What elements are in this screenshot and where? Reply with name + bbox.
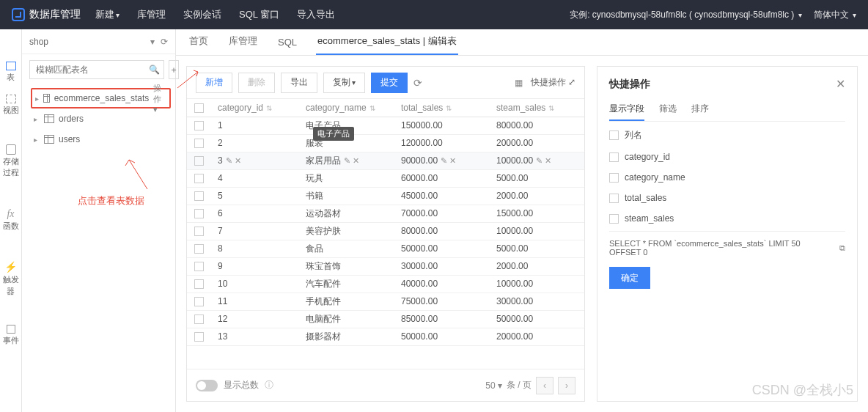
- expand-icon[interactable]: ▸: [34, 115, 40, 123]
- cell-steam[interactable]: 10000.00: [489, 222, 584, 240]
- cell-total[interactable]: 50000.00: [394, 240, 489, 257]
- export-button[interactable]: 导出: [281, 73, 317, 93]
- field-item[interactable]: 列名: [609, 129, 845, 141]
- page-size[interactable]: 50 ▾: [485, 380, 502, 391]
- row-checkbox[interactable]: [194, 332, 204, 342]
- cell-steam[interactable]: 2000.00: [489, 187, 584, 205]
- rail-event[interactable]: 事件: [3, 322, 19, 349]
- refresh-icon[interactable]: ⟳: [161, 37, 168, 47]
- cell-id[interactable]: 2: [210, 134, 298, 152]
- cell-total[interactable]: 30000.00: [394, 257, 489, 275]
- cell-id[interactable]: 3✎ ✕: [210, 152, 298, 169]
- row-checkbox[interactable]: [194, 279, 204, 289]
- cell-name[interactable]: 美容护肤: [298, 222, 394, 240]
- cell-id[interactable]: 1: [210, 117, 298, 134]
- cell-name[interactable]: 摄影器材: [298, 328, 394, 345]
- cell-id[interactable]: 4: [210, 169, 298, 187]
- tree-node-ecommerce[interactable]: ▸ ecommerce_sales_stats 操作 ▾: [31, 88, 171, 108]
- field-item[interactable]: steam_sales: [609, 213, 845, 224]
- panel-tab-sort[interactable]: 排序: [691, 98, 709, 121]
- table-row[interactable]: 7美容护肤80000.0010000.00: [187, 222, 584, 240]
- cell-total[interactable]: 40000.00: [394, 275, 489, 293]
- tab-dbmgr[interactable]: 库管理: [227, 29, 259, 55]
- edit-icon[interactable]: ✎ ✕: [536, 156, 551, 165]
- cell-steam[interactable]: 20000.00: [489, 328, 584, 345]
- cell-name[interactable]: 家居用品✎ ✕: [298, 152, 394, 169]
- menu-sql[interactable]: SQL 窗口: [239, 8, 279, 21]
- row-checkbox[interactable]: [194, 174, 204, 183]
- cell-steam[interactable]: 5000.00: [489, 169, 584, 187]
- row-checkbox[interactable]: [194, 139, 204, 148]
- row-checkbox[interactable]: [194, 297, 204, 306]
- field-checkbox[interactable]: [609, 130, 619, 140]
- table-row[interactable]: 8食品50000.005000.00: [187, 240, 584, 257]
- chevron-down-icon[interactable]: ▾: [150, 37, 155, 47]
- col-header[interactable]: category_id⇅: [210, 99, 298, 117]
- cell-name[interactable]: 书籍: [298, 187, 394, 205]
- tab-edit-table[interactable]: ecommerce_sales_stats | 编辑表: [316, 29, 458, 55]
- cell-steam[interactable]: 10000.00✎ ✕: [489, 152, 584, 169]
- cell-name[interactable]: 运动器材: [298, 205, 394, 222]
- cell-steam[interactable]: 80000.00: [489, 117, 584, 134]
- table-action[interactable]: 操作 ▾: [153, 83, 166, 114]
- row-checkbox[interactable]: [194, 227, 204, 236]
- delete-button[interactable]: 删除: [238, 73, 275, 93]
- row-checkbox[interactable]: [194, 314, 204, 324]
- menu-db[interactable]: 库管理: [137, 8, 166, 21]
- cell-id[interactable]: 8: [210, 240, 298, 257]
- cell-id[interactable]: 12: [210, 310, 298, 328]
- edit-icon[interactable]: ✎ ✕: [344, 156, 359, 165]
- rail-trigger[interactable]: ⚡触发器: [0, 257, 21, 300]
- lang-selector[interactable]: 简体中文 ▾: [814, 9, 856, 21]
- field-item[interactable]: total_sales: [609, 193, 845, 203]
- field-checkbox[interactable]: [609, 152, 619, 162]
- cell-steam[interactable]: 50000.00: [489, 310, 584, 328]
- table-row[interactable]: 12电脑配件85000.0050000.00: [187, 310, 584, 328]
- field-item[interactable]: category_id: [609, 152, 845, 162]
- close-icon[interactable]: ✕: [836, 77, 845, 91]
- next-page-button[interactable]: ›: [558, 377, 575, 394]
- cell-id[interactable]: 9: [210, 257, 298, 275]
- cell-total[interactable]: 45000.00: [394, 187, 489, 205]
- cell-total[interactable]: 75000.00: [394, 293, 489, 310]
- cell-name[interactable]: 珠宝首饰: [298, 257, 394, 275]
- cell-steam[interactable]: 2000.00: [489, 257, 584, 275]
- table-row[interactable]: 6运动器材70000.0015000.00: [187, 205, 584, 222]
- field-checkbox[interactable]: [609, 194, 619, 203]
- sort-icon[interactable]: ⇅: [369, 104, 375, 112]
- menu-sessions[interactable]: 实例会话: [183, 8, 221, 21]
- db-selector[interactable]: shop ▾ ⟳: [22, 29, 175, 54]
- rail-table[interactable]: 表: [6, 59, 16, 86]
- table-row[interactable]: 2服装120000.0020000.00: [187, 134, 584, 152]
- cell-total[interactable]: 120000.00: [394, 134, 489, 152]
- sort-icon[interactable]: ⇅: [548, 104, 554, 112]
- cell-name[interactable]: 电脑配件: [298, 310, 394, 328]
- row-checkbox[interactable]: [194, 209, 204, 218]
- quick-op-link[interactable]: 快捷操作 ⤢: [531, 76, 575, 89]
- cell-name[interactable]: 食品: [298, 240, 394, 257]
- table-row[interactable]: 3✎ ✕家居用品✎ ✕90000.00✎ ✕10000.00✎ ✕: [187, 152, 584, 169]
- row-checkbox[interactable]: [194, 156, 204, 166]
- col-header[interactable]: steam_sales⇅: [489, 99, 584, 117]
- instance-selector[interactable]: 实例: cynosdbmysql-58ufm8lc ( cynosdbmysql…: [570, 9, 801, 21]
- tree-node-orders[interactable]: ▸ orders: [34, 108, 168, 129]
- cell-total[interactable]: 150000.00: [394, 117, 489, 134]
- table-row[interactable]: 10汽车配件40000.0010000.00: [187, 275, 584, 293]
- cell-total[interactable]: 90000.00✎ ✕: [394, 152, 489, 169]
- cell-id[interactable]: 13: [210, 328, 298, 345]
- search-input[interactable]: [29, 60, 164, 79]
- edit-icon[interactable]: ✎ ✕: [441, 156, 456, 165]
- tab-sql[interactable]: SQL: [276, 31, 298, 55]
- total-toggle[interactable]: [196, 380, 218, 391]
- cell-name[interactable]: 汽车配件: [298, 275, 394, 293]
- panel-tab-filter[interactable]: 筛选: [659, 98, 677, 121]
- table-row[interactable]: 1电子产品150000.0080000.00: [187, 117, 584, 134]
- sort-icon[interactable]: ⇅: [266, 104, 272, 112]
- copy-icon[interactable]: ⧉: [839, 243, 845, 253]
- col-header[interactable]: total_sales⇅: [394, 99, 489, 117]
- cell-name[interactable]: 玩具: [298, 169, 394, 187]
- rail-proc[interactable]: 存储过程: [0, 141, 21, 182]
- edit-icon[interactable]: ✎ ✕: [226, 156, 241, 165]
- submit-button[interactable]: 提交: [371, 73, 408, 93]
- select-all-checkbox[interactable]: [194, 103, 204, 113]
